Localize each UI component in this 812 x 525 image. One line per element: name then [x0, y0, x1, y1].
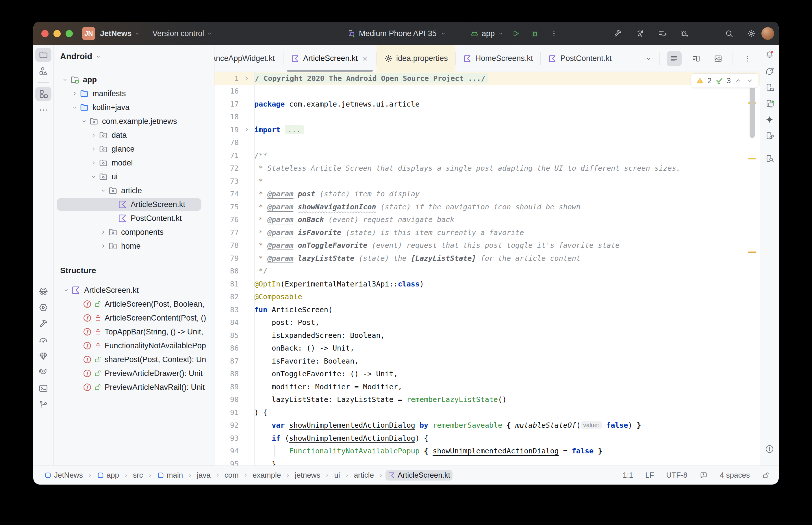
app-quality-insights-tool-button[interactable]	[35, 349, 51, 363]
code-line-85[interactable]: 85 isExpandedScreen: Boolean,	[215, 329, 760, 342]
code-line-76[interactable]: 76 * @param onBack (event) request navig…	[215, 213, 760, 226]
code-line-88[interactable]: 88 onToggleFavorite: () -> Unit,	[215, 368, 760, 380]
breadcrumb-com[interactable]: com	[222, 470, 241, 481]
app-inspection-tool-button[interactable]	[35, 284, 51, 299]
problems-tool-button[interactable]	[762, 442, 778, 456]
code-line-77[interactable]: 77 * @param isFavorite (state) is this i…	[215, 226, 760, 239]
tree-chevron[interactable]	[98, 227, 108, 237]
tree-item-ui[interactable]: ui	[54, 170, 214, 184]
notifications-tool-button[interactable]	[762, 48, 778, 62]
project-name-menu[interactable]: JetNews	[100, 29, 141, 38]
device-explorer-tool-button[interactable]	[762, 151, 778, 166]
fold-marker[interactable]	[239, 126, 254, 133]
breadcrumb-JetNews[interactable]: JetNews	[42, 470, 85, 481]
code-line-19[interactable]: 19import ...	[215, 123, 760, 136]
file-encoding[interactable]: UTF-8	[666, 471, 688, 480]
resource-manager-tool-button[interactable]	[35, 64, 51, 78]
line-separator[interactable]: LF	[645, 471, 654, 480]
code-editor[interactable]: 1/ Copyright 2020 The Android Open Sourc…	[215, 72, 760, 466]
unlock-icon[interactable]	[762, 471, 770, 479]
structure-item[interactable]: fsharePost(Post, Context): Un	[54, 352, 214, 366]
tree-item-com.example.jetnews[interactable]: com.example.jetnews	[54, 114, 214, 128]
hidden-tabs-button[interactable]	[645, 55, 652, 62]
tree-item-kotlin+java[interactable]: kotlin+java	[54, 101, 214, 114]
version-control-tool-button[interactable]	[35, 397, 51, 412]
running-devices-tool-button[interactable]	[762, 96, 778, 110]
fold-marker[interactable]	[239, 75, 254, 82]
view-code-button[interactable]	[667, 51, 682, 66]
code-line-78[interactable]: 78 * @param onToggleFavorite (event) req…	[215, 239, 760, 252]
view-design-button[interactable]	[711, 51, 726, 66]
tree-chevron[interactable]	[70, 103, 79, 112]
tree-chevron[interactable]	[89, 130, 99, 140]
tab-PostContent.kt[interactable]: PostContent.kt	[541, 45, 619, 72]
code-line-83[interactable]: 83fun ArticleScreen(	[215, 303, 760, 316]
structure-item[interactable]: fArticleScreenContent(Post, ()	[54, 311, 214, 325]
tree-chevron[interactable]	[98, 186, 108, 195]
more-vertical-button[interactable]	[740, 51, 755, 66]
debug-icon[interactable]	[531, 29, 539, 38]
structure-item[interactable]: fArticleScreen(Post, Boolean,	[54, 297, 214, 311]
tree-item-app[interactable]: app	[54, 73, 214, 87]
user-avatar[interactable]	[762, 27, 774, 40]
next-issue-button[interactable]	[746, 76, 754, 85]
breadcrumb-ui[interactable]: ui	[332, 470, 342, 481]
inspection-bubble-icon[interactable]	[699, 471, 708, 479]
more-vertical-icon[interactable]	[550, 29, 558, 38]
tree-chevron[interactable]	[89, 144, 99, 154]
code-line-72[interactable]: 72 * Stateless Article Screen that displ…	[215, 162, 760, 175]
code-line-94[interactable]: 94 FunctionalityNotAvailablePopup { show…	[215, 445, 760, 458]
tree-item-glance[interactable]: glance	[54, 142, 214, 156]
gradle-tool-button[interactable]	[762, 64, 778, 78]
code-line-91[interactable]: 91) {	[215, 406, 760, 419]
version-control-menu[interactable]: Version control	[152, 29, 213, 38]
structure-item[interactable]: fFunctionalityNotAvailablePop	[54, 339, 214, 352]
breadcrumb-app[interactable]: app	[94, 470, 121, 481]
code-line-95[interactable]: 95 }	[215, 457, 760, 466]
device-link-tool-button[interactable]	[762, 129, 778, 143]
code-line-18[interactable]: 18	[215, 110, 760, 124]
tab-idea.properties[interactable]: idea.properties	[377, 45, 455, 72]
code-line-90[interactable]: 90 lazyListState: LazyListState = rememb…	[215, 393, 760, 406]
code-line-89[interactable]: 89 modifier: Modifier = Modifier,	[215, 380, 760, 393]
minimize-window-button[interactable]	[54, 30, 61, 37]
breadcrumb-src[interactable]: src	[131, 470, 145, 481]
code-line-70[interactable]: 70	[215, 136, 760, 149]
breadcrumb-ArticleScreen.kt[interactable]: ArticleScreen.kt	[385, 470, 453, 481]
tree-chevron[interactable]	[79, 116, 89, 126]
view-split-button[interactable]	[689, 51, 704, 66]
more-tool-button[interactable]	[35, 103, 51, 117]
breadcrumb-example[interactable]: example	[250, 470, 283, 481]
inspections-widget[interactable]: 2 3	[691, 73, 759, 88]
logcat-tool-button[interactable]	[35, 365, 51, 379]
profile-app-icon[interactable]	[658, 29, 667, 38]
structure-item[interactable]: fPreviewArticleNavRail(): Unit	[54, 380, 214, 394]
profiler-tool-button[interactable]	[35, 333, 51, 347]
breadcrumb-jetnews[interactable]: jetnews	[292, 470, 323, 481]
tree-chevron[interactable]	[60, 75, 70, 85]
code-line-81[interactable]: 81@OptIn(ExperimentalMaterial3Api::class…	[215, 278, 760, 290]
indent-setting[interactable]: 4 spaces	[720, 471, 750, 480]
code-line-1[interactable]: 1/ Copyright 2020 The Android Open Sourc…	[215, 72, 760, 85]
structure-item[interactable]: fTopAppBar(String, () -> Unit,	[54, 325, 214, 339]
tree-chevron[interactable]	[98, 241, 108, 251]
code-line-79[interactable]: 79 * @param lazyListState (state) the [L…	[215, 252, 760, 265]
tree-chevron[interactable]	[89, 172, 99, 182]
project-tool-button[interactable]	[35, 48, 51, 62]
code-line-17[interactable]: 17package com.example.jetnews.ui.article	[215, 97, 760, 110]
tree-chevron[interactable]	[70, 89, 79, 99]
tree-chevron[interactable]	[61, 285, 71, 295]
search-icon[interactable]	[725, 29, 734, 38]
build-hammer-tool-button[interactable]	[35, 316, 51, 331]
tree-item-components[interactable]: components	[54, 225, 214, 239]
apply-changes-icon[interactable]	[636, 29, 645, 38]
device-selector[interactable]: Medium Phone API 35	[347, 22, 446, 45]
project-view-selector[interactable]: Android	[54, 45, 214, 61]
tree-item-ArticleScreen.kt[interactable]: ArticleScreen.kt	[54, 197, 214, 211]
run-configuration-selector[interactable]: app	[470, 22, 504, 45]
tree-item-article[interactable]: article	[54, 184, 214, 197]
tree-chevron[interactable]	[89, 158, 99, 168]
code-line-16[interactable]: 16	[215, 85, 760, 98]
code-line-93[interactable]: 93 if (showUnimplementedActionDialog) {	[215, 432, 760, 445]
tree-item-model[interactable]: model	[54, 156, 214, 170]
